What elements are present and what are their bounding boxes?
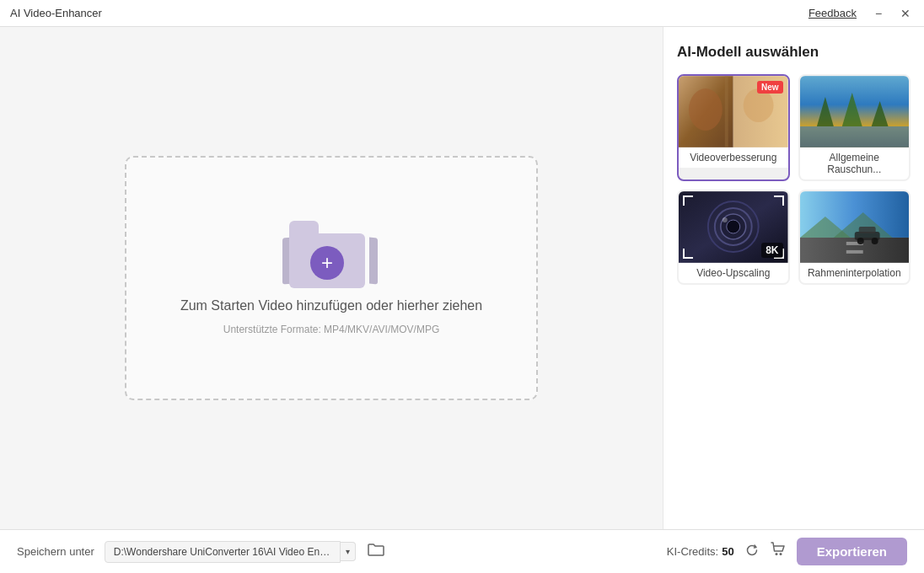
svg-point-26 bbox=[775, 553, 777, 555]
svg-point-14 bbox=[727, 220, 740, 233]
svg-point-27 bbox=[779, 553, 782, 555]
app-title: AI Video-Enhancer bbox=[10, 7, 102, 19]
model-card-rahmeninterpolation[interactable]: Rahmeninterpolation bbox=[798, 190, 911, 285]
model-card-video-upscaling[interactable]: 8K Video-Upscaling bbox=[677, 190, 790, 285]
svg-rect-9 bbox=[800, 126, 910, 147]
model-image-videoverbesserung: New bbox=[679, 76, 788, 147]
add-icon: + bbox=[310, 246, 344, 280]
ki-credits-count: 50 bbox=[722, 545, 733, 558]
model-grid: New Videoverbesserung bbox=[677, 74, 911, 285]
save-under-label: Speichern unter bbox=[17, 545, 94, 558]
folder-icon: + bbox=[289, 221, 373, 288]
export-button[interactable]: Exportieren bbox=[797, 538, 907, 565]
drop-zone[interactable]: + Zum Starten Video hinzufügen oder hier… bbox=[125, 156, 538, 400]
model-label-video-upscaling: Video-Upscaling bbox=[679, 263, 788, 283]
ki-credits-label: KI-Credits: bbox=[667, 545, 718, 558]
minimize-button[interactable]: − bbox=[867, 5, 890, 22]
svg-point-2 bbox=[689, 88, 723, 131]
folder-tab bbox=[289, 221, 319, 233]
panel-title: AI-Modell auswählen bbox=[677, 44, 911, 61]
new-badge: New bbox=[757, 81, 783, 94]
scale-badge: 8K bbox=[761, 243, 782, 258]
model-label-allgemeine-rauschun: Allgemeine Rauschun... bbox=[800, 147, 910, 179]
left-area: + Zum Starten Video hinzufügen oder hier… bbox=[0, 27, 663, 529]
model-card-videoverbesserung[interactable]: New Videoverbesserung bbox=[677, 74, 790, 181]
title-bar-right: Feedback − ✕ bbox=[808, 5, 917, 22]
title-bar: AI Video-Enhancer Feedback − ✕ bbox=[0, 0, 924, 27]
model-image-rahmeninterpolation bbox=[800, 191, 910, 263]
main-content: + Zum Starten Video hinzufügen oder hier… bbox=[0, 27, 924, 529]
svg-point-15 bbox=[723, 217, 728, 222]
drop-zone-main-text: Zum Starten Video hinzufügen oder hierhe… bbox=[180, 298, 482, 313]
title-bar-left: AI Video-Enhancer bbox=[10, 7, 102, 19]
model-label-rahmeninterpolation: Rahmeninterpolation bbox=[800, 263, 910, 283]
path-dropdown-button[interactable]: ▾ bbox=[341, 542, 356, 561]
svg-rect-23 bbox=[858, 227, 875, 233]
svg-point-25 bbox=[871, 238, 878, 244]
right-panel: AI-Modell auswählen bbox=[663, 27, 924, 529]
cart-button[interactable] bbox=[770, 541, 787, 562]
close-button[interactable]: ✕ bbox=[894, 5, 917, 22]
folder-body: + bbox=[289, 233, 365, 288]
ki-credits-display: KI-Credits: 50 bbox=[667, 545, 734, 558]
refresh-button[interactable] bbox=[744, 543, 760, 561]
feedback-link[interactable]: Feedback bbox=[808, 7, 857, 19]
model-image-allgemeine-rauschun bbox=[800, 76, 910, 147]
save-path-display[interactable]: D:\Wondershare UniConverter 16\AI Video … bbox=[105, 541, 341, 563]
svg-rect-17 bbox=[800, 238, 910, 263]
drop-zone-sub-text: Unterstützte Formate: MP4/MKV/AVI/MOV/MP… bbox=[223, 324, 440, 335]
folder-shadow-right bbox=[369, 238, 378, 285]
model-label-videoverbesserung: Videoverbesserung bbox=[679, 147, 788, 168]
path-input-group: D:\Wondershare UniConverter 16\AI Video … bbox=[105, 541, 356, 563]
model-card-allgemeine-rauschun[interactable]: Allgemeine Rauschun... bbox=[798, 74, 911, 181]
open-folder-button[interactable] bbox=[368, 542, 384, 561]
svg-point-3 bbox=[744, 88, 774, 122]
svg-rect-4 bbox=[725, 76, 728, 147]
svg-rect-19 bbox=[846, 250, 862, 254]
bottom-bar: Speichern unter D:\Wondershare UniConver… bbox=[0, 529, 924, 573]
model-image-video-upscaling: 8K bbox=[679, 191, 788, 263]
svg-point-24 bbox=[857, 238, 863, 244]
